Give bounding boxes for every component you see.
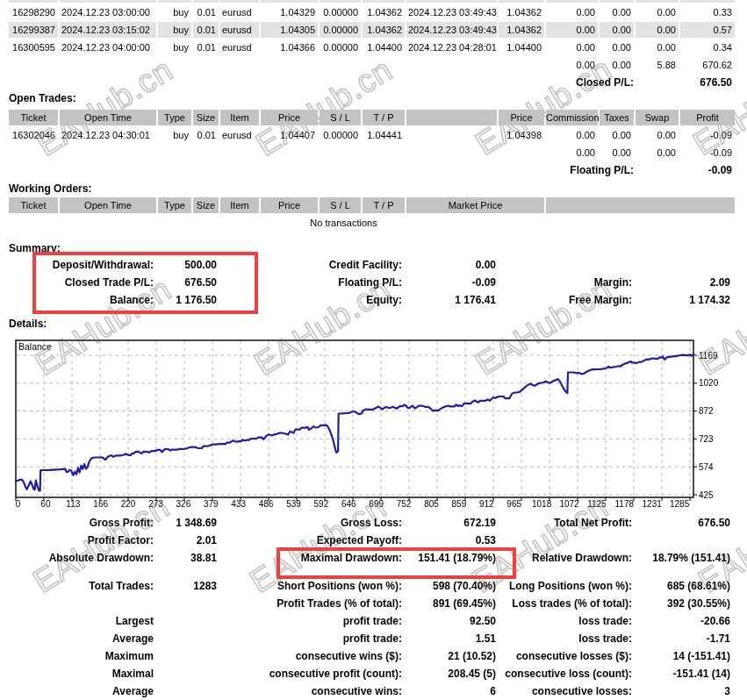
x-axis-label: 379 [204, 499, 219, 509]
cell: 1.04366 [261, 39, 318, 55]
cell: 0.00 [600, 22, 634, 38]
cell: 0.00 [546, 39, 598, 55]
y-axis-label: 425 [699, 490, 714, 500]
column-header: Ticket [9, 197, 58, 213]
cell: 0.01 [193, 39, 219, 55]
cell: 2024.12.23 04:28:01 [406, 39, 497, 55]
x-axis-label: 166 [93, 499, 108, 509]
floating-pl-row: Floating P/L:-0.09 [9, 162, 735, 178]
no-transactions-cell: No transactions [9, 215, 679, 231]
cell: 0.33 [680, 4, 735, 20]
column-header: Item [220, 197, 259, 213]
total-cell: 0.00 [636, 145, 679, 161]
stat-row: Deposit/Withdrawal:500.00Credit Facility… [9, 257, 733, 273]
x-axis-label: 326 [176, 499, 191, 509]
pl-value: -0.09 [680, 162, 735, 178]
closed-trade-row: 162982902024.12.23 03:00:00buy0.01eurusd… [9, 4, 735, 20]
stat-cell: 500.00 [158, 257, 219, 273]
details-table: Gross Profit:1 348.69Gross Loss:672.19To… [7, 513, 735, 700]
stat-row: Absolute Drawdown:38.81Maximal Drawdown:… [9, 550, 733, 566]
x-axis-label: 1285 [670, 499, 690, 509]
stat-cell: Gross Profit: [9, 515, 156, 531]
pl-value: 676.50 [680, 75, 735, 90]
stat-cell: 392 (30.55%) [636, 596, 733, 611]
stat-cell: 1 174.32 [636, 292, 733, 308]
stat-cell: profit trade: [221, 631, 405, 646]
column-header [546, 197, 735, 213]
x-axis-label: 113 [66, 499, 80, 509]
cell: 1.04407 [261, 127, 318, 143]
x-axis-label: 539 [286, 499, 301, 509]
cell: 1.04400 [363, 39, 405, 55]
stat-row: Averageprofit trade:1.51loss trade:-1.71 [9, 631, 733, 646]
closed-trade-row: 162993872024.12.23 03:15:02buy0.01eurusd… [9, 22, 735, 38]
y-axis-label: 1020 [699, 378, 719, 388]
stat-cell: 18.79% (151.41) [636, 550, 733, 566]
stat-cell: Credit Facility: [221, 257, 405, 273]
cell: 1.04362 [363, 22, 405, 38]
cell [406, 127, 497, 143]
stat-cell: profit trade: [221, 613, 405, 629]
open-trade-row: 163020462024.12.23 04:30:01buy0.01eurusd… [9, 127, 735, 143]
stat-cell [158, 613, 219, 629]
totals-row: 0.000.005.88670.62 [9, 57, 735, 73]
working-orders-table: TicketOpen TimeTypeSizeItemPriceS / LT /… [7, 196, 736, 232]
cell: 0.00000 [320, 22, 361, 38]
cell: 0.00 [636, 22, 679, 38]
cell: 0.01 [193, 127, 219, 143]
stat-cell [636, 257, 733, 273]
x-axis-label: 592 [314, 499, 329, 509]
x-axis-label: 486 [259, 499, 274, 509]
column-header: T / P [363, 110, 405, 125]
x-axis-label: 433 [231, 499, 246, 509]
stat-cell: Largest [9, 613, 156, 629]
cell: 1.04305 [261, 22, 318, 38]
total-cell: 670.62 [680, 57, 735, 73]
stat-cell: loss trade: [500, 613, 635, 629]
column-header: Swap [636, 110, 679, 125]
total-cell: 0.00 [600, 57, 634, 73]
column-header: Profit [680, 110, 735, 125]
stat-cell: Balance: [9, 292, 156, 308]
x-axis-label: 60 [40, 499, 51, 509]
stat-cell: 0.00 [406, 257, 499, 273]
total-cell: 5.88 [636, 57, 679, 73]
cell: 0.00000 [320, 127, 361, 143]
cell: eurusd [220, 22, 259, 38]
column-header: Commission [546, 110, 598, 125]
stat-cell: consecutive losses ($): [500, 648, 635, 664]
stat-cell: Total Trades: [9, 578, 156, 594]
table-header-row: TicketOpen TimeTypeSizeItemPriceS / LT /… [9, 110, 735, 125]
stat-cell: 2.01 [158, 532, 219, 548]
stat-cell [158, 648, 219, 664]
stat-cell: 891 (69.45%) [406, 596, 499, 611]
stat-cell: loss trade: [500, 631, 635, 646]
x-axis-label: 752 [397, 499, 412, 509]
cell: 16300595 [9, 39, 58, 55]
stat-cell: Average [9, 631, 156, 646]
column-header: Taxes [600, 110, 634, 125]
x-axis-label: 912 [479, 499, 494, 509]
x-axis-label: 0 [16, 499, 21, 509]
stat-cell: Closed Trade P/L: [9, 275, 156, 290]
stat-cell: Margin: [500, 275, 635, 290]
stat-cell: 0.53 [406, 532, 499, 548]
column-header: T / P [363, 197, 405, 213]
stat-cell: 92.50 [406, 613, 499, 629]
stat-cell: consecutive wins: [221, 683, 405, 699]
stat-cell: 676.50 [158, 275, 219, 290]
stat-cell: Maximum [9, 648, 156, 664]
column-header: Open Time [60, 110, 156, 125]
stat-cell: Expected Payoff: [221, 532, 405, 548]
cell: 0.00 [636, 127, 679, 143]
stat-cell: 6 [406, 683, 499, 699]
x-axis-label: 805 [424, 499, 439, 509]
mt4-statement-page: 0601131662202733263794334865395926466997… [0, 0, 747, 700]
cell: 0.00 [636, 4, 679, 20]
y-axis-label: 872 [699, 406, 714, 416]
stat-row: Profit Factor:2.01Expected Payoff:0.53 [9, 532, 733, 548]
cell: 2024.12.23 03:15:02 [60, 22, 156, 38]
stat-cell: Free Margin: [500, 292, 635, 308]
cell: 2024.12.23 03:49:43 [406, 22, 497, 38]
cell: 1.04362 [499, 22, 544, 38]
